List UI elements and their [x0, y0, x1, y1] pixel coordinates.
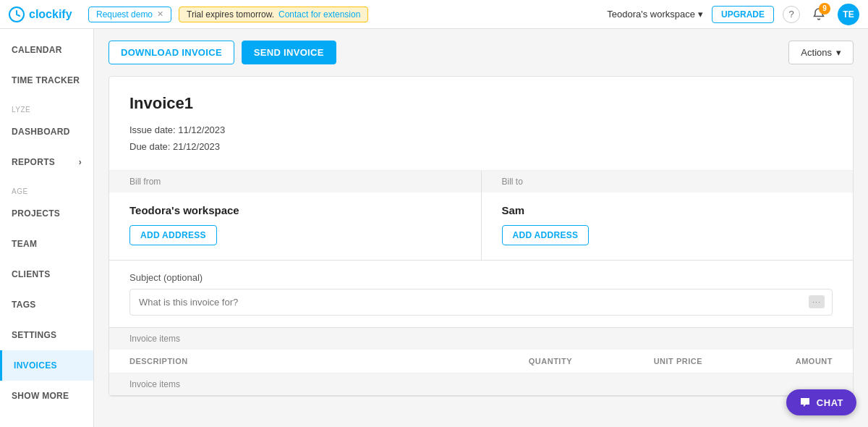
items-section-header: Invoice items — [109, 328, 853, 350]
sidebar-item-label: PROJECTS — [12, 208, 60, 219]
logo[interactable]: clockify — [9, 7, 81, 22]
upgrade-button[interactable]: UPGRADE — [712, 6, 774, 23]
sidebar-item-dashboard[interactable]: DASHBOARD — [0, 117, 93, 147]
sidebar-item-show-more[interactable]: SHOW MORE — [0, 381, 93, 411]
sidebar-item-label: TAGS — [12, 300, 36, 310]
sidebar-item-tags[interactable]: TAGS — [0, 289, 93, 320]
chevron-right-icon: › — [79, 157, 82, 167]
bill-row: Bill from Teodora's workspace ADD ADDRES… — [109, 171, 853, 261]
subject-input-wrap: ··· — [129, 289, 833, 316]
actions-dropdown[interactable]: Actions ▾ — [788, 41, 854, 64]
bill-to-header: Bill to — [482, 171, 854, 193]
due-date-row: Due date: 21/12/2023 — [129, 138, 833, 155]
sidebar-item-clients[interactable]: CLIENTS — [0, 259, 93, 289]
help-button[interactable]: ? — [783, 6, 800, 23]
subject-expand-icon[interactable]: ··· — [809, 295, 825, 308]
sidebar-item-label: TEAM — [12, 239, 37, 249]
send-invoice-button[interactable]: SEND INVOICE — [242, 41, 336, 64]
sidebar-item-team[interactable]: TEAM — [0, 229, 93, 259]
sidebar-item-label: SHOW MORE — [12, 391, 69, 401]
help-icon: ? — [788, 9, 793, 20]
download-invoice-button[interactable]: DOWNLOAD INVOICE — [109, 41, 234, 64]
items-section-footer: Invoice items — [109, 373, 853, 395]
bill-from-col: Bill from Teodora's workspace ADD ADDRES… — [109, 171, 482, 260]
chat-label: CHAT — [817, 397, 843, 408]
add-to-address-button[interactable]: ADD ADDRESS — [502, 225, 590, 245]
topbar: clockify Request demo ✕ Trial expires to… — [0, 0, 868, 29]
workspace-selector[interactable]: Teodora's workspace ▾ — [607, 9, 703, 20]
notification-badge: 9 — [819, 3, 830, 14]
subject-input[interactable] — [130, 289, 832, 315]
close-icon[interactable]: ✕ — [157, 9, 163, 19]
issue-date-value: 11/12/2023 — [178, 124, 225, 135]
sidebar-section-age: AGE — [0, 177, 93, 198]
sidebar-item-projects[interactable]: PROJECTS — [0, 198, 93, 229]
sidebar-item-label: DASHBOARD — [12, 127, 70, 137]
request-demo-button[interactable]: Request demo ✕ — [88, 7, 171, 22]
bill-from-name: Teodora's workspace — [129, 204, 461, 216]
bill-to-col: Bill to Sam ADD ADDRESS — [482, 171, 854, 260]
invoice-title: Invoice1 — [129, 94, 833, 113]
logo-text: clockify — [29, 8, 72, 21]
workspace-name: Teodora's workspace — [607, 9, 695, 20]
sidebar-item-label: CALENDAR — [12, 45, 62, 55]
trial-text: Trial expires tomorrow. — [187, 9, 274, 20]
logo-icon — [9, 7, 25, 22]
sidebar-item-label: SETTINGS — [12, 330, 56, 340]
sidebar-item-reports[interactable]: REPORTS › — [0, 147, 93, 177]
invoice-toolbar: DOWNLOAD INVOICE SEND INVOICE Actions ▾ — [109, 41, 854, 64]
sidebar-item-label: CLIENTS — [12, 269, 50, 279]
sidebar-item-label: INVOICES — [14, 360, 57, 371]
chat-button[interactable]: CHAT — [786, 389, 856, 415]
invoice-header: Invoice1 Issue date: 11/12/2023 Due date… — [109, 77, 853, 171]
sidebar-section-lyze: LYZE — [0, 96, 93, 117]
sidebar-item-invoices[interactable]: INVOICES — [0, 350, 93, 381]
col-quantity: QUANTITY — [442, 357, 572, 365]
content-inner: DOWNLOAD INVOICE SEND INVOICE Actions ▾ … — [94, 29, 868, 408]
add-from-address-button[interactable]: ADD ADDRESS — [129, 225, 217, 245]
contact-extension-link[interactable]: Contact for extension — [278, 9, 360, 20]
col-amount: AMOUNT — [702, 357, 833, 365]
sidebar: CALENDAR TIME TRACKER LYZE DASHBOARD REP… — [0, 29, 94, 427]
avatar[interactable]: TE — [838, 4, 859, 25]
invoice-dates: Issue date: 11/12/2023 Due date: 21/12/2… — [129, 122, 833, 156]
issue-date-label: Issue date: — [129, 124, 176, 135]
bill-to-name: Sam — [502, 204, 833, 216]
chat-icon — [799, 397, 811, 408]
items-section: Invoice items DESCRIPTION QUANTITY UNIT … — [109, 328, 853, 396]
content-area: DOWNLOAD INVOICE SEND INVOICE Actions ▾ … — [94, 29, 868, 427]
sidebar-item-settings[interactable]: SETTINGS — [0, 320, 93, 350]
issue-date-row: Issue date: 11/12/2023 — [129, 122, 833, 138]
bill-to-content: Sam ADD ADDRESS — [482, 193, 854, 260]
subject-section: Subject (optional) ··· — [109, 261, 853, 328]
request-demo-label: Request demo — [96, 9, 153, 20]
bill-from-content: Teodora's workspace ADD ADDRESS — [109, 193, 481, 260]
chevron-down-icon: ▾ — [698, 9, 703, 20]
chevron-down-icon: ▾ — [836, 47, 841, 58]
topbar-right: Teodora's workspace ▾ UPGRADE ? 9 TE — [607, 4, 859, 25]
sidebar-item-label: REPORTS — [12, 157, 55, 167]
col-unit-price: UNIT PRICE — [572, 357, 702, 365]
main-layout: CALENDAR TIME TRACKER LYZE DASHBOARD REP… — [0, 29, 868, 427]
notifications-button[interactable]: 9 — [809, 4, 829, 25]
actions-label: Actions — [801, 47, 832, 58]
sidebar-item-label: TIME TRACKER — [12, 75, 80, 85]
bill-from-header: Bill from — [109, 171, 481, 193]
trial-banner: Trial expires tomorrow. Contact for exte… — [179, 7, 368, 22]
sidebar-item-calendar[interactable]: CALENDAR — [0, 35, 93, 65]
due-date-value: 21/12/2023 — [173, 141, 220, 152]
sidebar-item-time-tracker[interactable]: TIME TRACKER — [0, 65, 93, 96]
due-date-label: Due date: — [129, 141, 170, 152]
items-table-header: DESCRIPTION QUANTITY UNIT PRICE AMOUNT — [109, 350, 853, 373]
col-description: DESCRIPTION — [129, 357, 442, 365]
subject-label: Subject (optional) — [129, 272, 833, 283]
invoice-card: Invoice1 Issue date: 11/12/2023 Due date… — [109, 76, 854, 397]
